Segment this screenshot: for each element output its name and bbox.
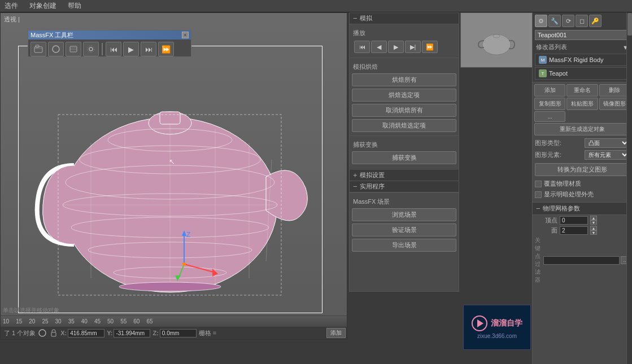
unbake-all-btn[interactable]: 取消烘焙所有 bbox=[352, 104, 456, 117]
timeline-bar: 10 15 20 25 30 35 40 45 50 55 60 65 bbox=[1, 315, 347, 327]
modifier-item-teapot[interactable]: T Teapot bbox=[535, 67, 630, 80]
tab-icon-utilities[interactable]: 🔑 bbox=[589, 15, 602, 27]
paste-shape-btn[interactable]: 粘贴图形 bbox=[566, 98, 598, 110]
settings-expand[interactable]: + bbox=[353, 171, 358, 179]
face-label: 面 bbox=[535, 226, 557, 235]
convert-btn[interactable]: 转换为自定义图形 bbox=[535, 163, 630, 176]
shape-type-label: 图形类型: bbox=[535, 139, 582, 147]
vertex-input[interactable] bbox=[560, 216, 588, 225]
timeline-mark-45: 45 bbox=[94, 318, 101, 324]
play-btn-rewind[interactable]: ⏮ bbox=[354, 41, 370, 53]
massfx-btn-fast-forward[interactable]: ⏩ bbox=[158, 42, 174, 56]
massfx-separator bbox=[102, 43, 103, 55]
unbake-selected-btn[interactable]: 取消烘焙选定项 bbox=[352, 119, 456, 132]
scene-section: MassFX 场景 浏览场景 验证场景 导出场景 bbox=[350, 192, 459, 255]
massfx-close-button[interactable]: × bbox=[182, 32, 189, 38]
export-scene-btn[interactable]: 导出场景 bbox=[352, 239, 456, 252]
show-shell-checkbox[interactable] bbox=[535, 191, 542, 198]
watermark-logo: 溜溜自学 bbox=[472, 315, 522, 331]
z-label: Z: bbox=[152, 330, 158, 336]
copy-shape-btn[interactable]: 复制图形 bbox=[534, 98, 565, 110]
right-panel-scrollbar[interactable] bbox=[626, 12, 632, 364]
menu-item-options[interactable]: 选件 bbox=[2, 0, 20, 12]
massfx-btn-settings[interactable] bbox=[83, 42, 99, 56]
massfx-btn-rewind[interactable]: ⏮ bbox=[106, 42, 121, 56]
z-input[interactable] bbox=[160, 329, 197, 337]
y-input[interactable] bbox=[114, 329, 150, 337]
regenerate-btn[interactable]: 重新生成选定对象 bbox=[534, 123, 630, 135]
modifier-list-row: 修改器列表 ▼ bbox=[534, 42, 631, 52]
viewport-label: 透视 | bbox=[4, 15, 20, 24]
massfx-btn-cloth[interactable] bbox=[66, 42, 81, 56]
cover-material-checkbox[interactable] bbox=[535, 181, 542, 187]
vertex-spinner: ▲ ▼ bbox=[590, 216, 597, 225]
filter-input[interactable] bbox=[543, 256, 620, 265]
play-btn-step-forward[interactable]: ▶| bbox=[405, 41, 421, 53]
face-row: 面 ▲ ▼ bbox=[533, 225, 632, 235]
y-coord-field: Y: document.currentScript.previousElemen… bbox=[107, 329, 150, 337]
verify-scene-btn[interactable]: 验证场景 bbox=[352, 223, 456, 236]
playback-controls: ⏮ ◀ ▶ ▶| ⏩ bbox=[352, 38, 456, 55]
playback-section: 播放 ⏮ ◀ ▶ ▶| ⏩ bbox=[350, 24, 459, 58]
face-input[interactable] bbox=[560, 226, 588, 235]
massfx-titlebar: MassFX 工具栏 × bbox=[28, 30, 191, 40]
menu-item-help[interactable]: 帮助 bbox=[66, 0, 84, 12]
svg-text:↖: ↖ bbox=[169, 157, 175, 166]
vertex-spin-up[interactable]: ▲ bbox=[590, 216, 597, 220]
mirror-shape-btn[interactable]: 镜像图形 bbox=[599, 98, 630, 110]
watermark-url: zixue.3d66.com bbox=[477, 333, 517, 339]
modifier-item-massfx[interactable]: M MassFX Rigid Body bbox=[535, 54, 630, 66]
svg-point-35 bbox=[88, 46, 94, 52]
show-shell-label: 显示明暗处理外壳 bbox=[544, 190, 594, 199]
scrollbar-thumb[interactable] bbox=[627, 13, 632, 36]
vertex-spin-down[interactable]: ▼ bbox=[590, 220, 597, 225]
capture-btn[interactable]: 捕获变换 bbox=[352, 151, 456, 164]
face-spin-down[interactable]: ▼ bbox=[590, 230, 597, 235]
massfx-side-panel: − 模拟 播放 ⏮ ◀ ▶ ▶| ⏩ 模拟烘焙 烘焙所有 烘焙选定项 取消烘焙所… bbox=[349, 12, 459, 292]
grid-label: 栅格 = bbox=[199, 329, 216, 337]
shape-element-dropdown[interactable]: 所有元素 bbox=[585, 150, 630, 160]
tab-icon-display[interactable]: ◻ bbox=[576, 15, 588, 27]
bake-all-btn[interactable]: 烘焙所有 bbox=[352, 73, 456, 86]
rename-modifier-btn[interactable]: 重命名 bbox=[566, 84, 598, 97]
svg-point-30 bbox=[53, 46, 59, 52]
bake-selected-btn[interactable]: 烘焙选定项 bbox=[352, 89, 456, 102]
settings-label: 模拟设置 bbox=[360, 171, 385, 179]
massfx-btn-play[interactable]: ▶ bbox=[123, 42, 139, 56]
teapot-mod-icon: T bbox=[539, 69, 547, 77]
browse-scene-btn[interactable]: 浏览场景 bbox=[352, 208, 456, 221]
timeline-mark-40: 40 bbox=[81, 318, 88, 324]
utilities-collapse[interactable]: − bbox=[353, 182, 358, 191]
mesh-params-collapse[interactable]: − bbox=[536, 204, 541, 213]
tab-icon-hierarchy[interactable]: 🔧 bbox=[548, 15, 561, 27]
dots-btn[interactable]: ... bbox=[534, 111, 565, 122]
play-btn-step-back[interactable]: ◀ bbox=[371, 41, 387, 53]
mesh-params-section: − 物理网格参数 bbox=[533, 202, 632, 215]
select-icon bbox=[38, 328, 47, 337]
x-input[interactable] bbox=[68, 329, 104, 337]
tab-icon-motion[interactable]: ⟳ bbox=[562, 15, 574, 27]
bake-label: 模拟烘焙 bbox=[353, 63, 456, 71]
top-menubar: 选件 对象创建 帮助 bbox=[0, 0, 632, 12]
massfx-btn-rigid[interactable] bbox=[48, 42, 64, 56]
svg-rect-2 bbox=[160, 112, 180, 124]
delete-modifier-btn[interactable]: 删除 bbox=[599, 84, 630, 97]
timeline-mark-35: 35 bbox=[68, 318, 75, 324]
simulate-collapse[interactable]: − bbox=[353, 14, 358, 23]
massfx-btn-forward[interactable]: ⏭ bbox=[141, 42, 156, 56]
object-name-input[interactable] bbox=[535, 30, 630, 40]
utilities-section: − 实用程序 bbox=[350, 181, 459, 192]
play-btn-fast-forward[interactable]: ⏩ bbox=[422, 41, 438, 53]
add-modifier-btn[interactable]: 添加 bbox=[534, 84, 565, 97]
add-button[interactable]: 添加 bbox=[326, 328, 346, 338]
massfx-btn-open[interactable] bbox=[30, 42, 46, 56]
timeline-mark-25: 25 bbox=[42, 318, 48, 324]
timeline-inner: 10 15 20 25 30 35 40 45 50 55 60 65 bbox=[1, 316, 347, 327]
play-btn-play[interactable]: ▶ bbox=[388, 41, 404, 53]
menu-item-create[interactable]: 对象创建 bbox=[27, 0, 59, 12]
shape-type-dropdown[interactable]: 凸面 球形 盒形 bbox=[585, 138, 630, 148]
face-spin-up[interactable]: ▲ bbox=[590, 226, 597, 230]
filter-row: 关键点过滤器 ... bbox=[533, 235, 632, 285]
capture-section: 捕获变换 捕获变换 bbox=[350, 135, 459, 168]
tab-icon-modify[interactable]: ⚙ bbox=[535, 15, 547, 27]
